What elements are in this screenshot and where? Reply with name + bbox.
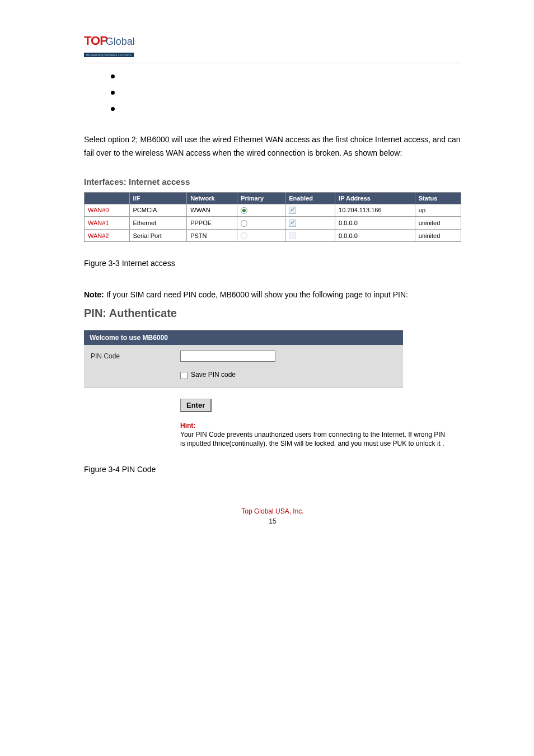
pin-table: Welcome to use MB6000 PIN Code Save PIN … (84, 330, 403, 386)
cell-if: Ethernet (129, 217, 187, 230)
cell-network: WWAN (187, 204, 237, 217)
wan-link[interactable]: WAN#2 (85, 229, 130, 242)
check-icon (289, 232, 296, 239)
cell-if: PCMCIA (129, 204, 187, 217)
header-divider (84, 63, 461, 63)
hint-block: Hint: Your PIN Code prevents unauthorize… (180, 421, 449, 449)
th-if: I/F (129, 192, 187, 204)
th-ip: IP Address (335, 192, 415, 204)
cell-status: uninited (415, 217, 461, 230)
th-status: Status (415, 192, 461, 204)
note-text: If your SIM card need PIN code, MB6000 w… (104, 290, 408, 299)
bullet-list (111, 74, 461, 111)
cell-status: up (415, 204, 461, 217)
figure-1: Interfaces: Internet access I/F Network … (84, 177, 461, 242)
bullet-icon (111, 107, 115, 111)
save-row: Save PIN code (84, 367, 403, 386)
radio-icon[interactable] (241, 220, 247, 227)
pin-code-label: PIN Code (84, 345, 174, 367)
cell-network: PSTN (187, 229, 237, 242)
table-row: WAN#2 Serial Port PSTN 0.0.0.0 uninited (85, 229, 461, 242)
th-enabled: Enabled (285, 192, 335, 204)
cell-ip: 0.0.0.0 (335, 229, 415, 242)
radio-icon[interactable] (241, 207, 247, 214)
figure-2: PIN: Authenticate Welcome to use MB6000 … (84, 307, 461, 448)
check-icon[interactable] (289, 220, 296, 227)
figure-2-caption: Figure 3-4 PIN Code (84, 465, 461, 474)
note-label: Note: (84, 290, 104, 299)
logo: TOPGlobal Broadening Wireless Horizons (84, 34, 461, 58)
footer-page-number: 15 (84, 517, 461, 525)
logo-blue: Global (106, 36, 135, 47)
page-footer: Top Global USA, Inc. 15 (84, 507, 461, 525)
th-blank (85, 192, 130, 204)
figure-2-heading: PIN: Authenticate (84, 307, 461, 320)
figure-1-heading: Interfaces: Internet access (84, 177, 461, 186)
wan-link[interactable]: WAN#1 (85, 217, 130, 230)
pin-input-cell (174, 345, 403, 367)
figure-1-caption: Figure 3-3 Internet access (84, 259, 461, 268)
th-network: Network (187, 192, 237, 204)
enter-button[interactable]: Enter (180, 399, 212, 412)
cell-ip: 10.204.113.166 (335, 204, 415, 217)
footer-company: Top Global USA, Inc. (84, 507, 461, 515)
table-row: WAN#1 Ethernet PPPOE 0.0.0.0 uninited (85, 217, 461, 230)
table-header-row: I/F Network Primary Enabled IP Address S… (85, 192, 461, 204)
logo-red: TOP (84, 34, 107, 48)
divider (84, 387, 403, 388)
interfaces-table: I/F Network Primary Enabled IP Address S… (84, 192, 461, 242)
radio-icon (241, 232, 247, 239)
cell-enabled (285, 204, 335, 217)
paragraph-1: Select option 2; MB6000 will use the wir… (84, 133, 461, 160)
cell-if: Serial Port (129, 229, 187, 242)
cell-network: PPPOE (187, 217, 237, 230)
pin-code-input[interactable] (180, 351, 275, 362)
th-primary: Primary (237, 192, 285, 204)
hint-label: Hint: (180, 422, 195, 430)
bullet-icon (111, 91, 115, 95)
cell-primary (237, 204, 285, 217)
save-pin-label: Save PIN code (191, 371, 236, 379)
hint-text: Your PIN Code prevents unauthorized user… (180, 431, 445, 447)
save-pin-checkbox[interactable] (180, 372, 188, 379)
bullet-icon (111, 74, 115, 78)
cell-status: uninited (415, 229, 461, 242)
cell-primary (237, 217, 285, 230)
pin-row: PIN Code (84, 345, 403, 367)
table-row: WAN#0 PCMCIA WWAN 10.204.113.166 up (85, 204, 461, 217)
wan-link[interactable]: WAN#0 (85, 204, 130, 217)
cell-primary (237, 229, 285, 242)
cell-ip: 0.0.0.0 (335, 217, 415, 230)
pin-welcome-header: Welcome to use MB6000 (84, 330, 403, 346)
note-paragraph: Note: If your SIM card need PIN code, MB… (84, 290, 461, 299)
cell-enabled (285, 217, 335, 230)
logo-tagline: Broadening Wireless Horizons (84, 53, 134, 57)
check-icon[interactable] (289, 207, 296, 214)
cell-enabled (285, 229, 335, 242)
